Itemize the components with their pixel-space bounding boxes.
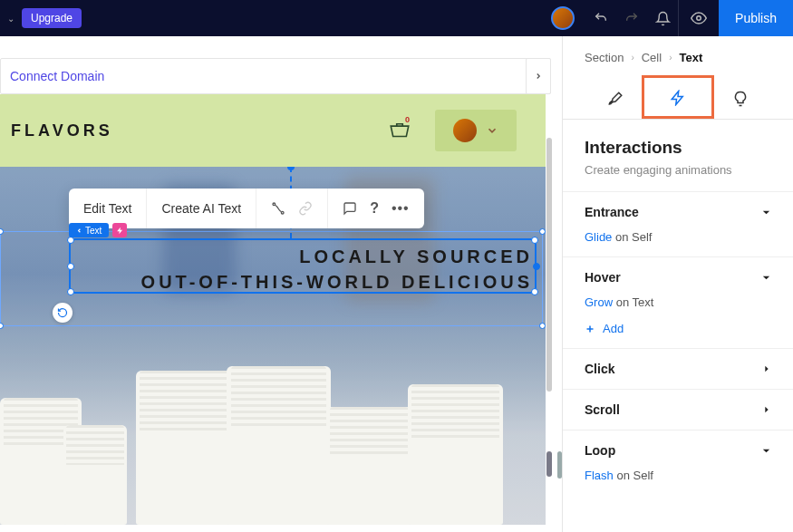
- tab-interactions[interactable]: [652, 79, 704, 119]
- upgrade-button[interactable]: Upgrade: [22, 8, 82, 28]
- publish-button[interactable]: Publish: [719, 0, 793, 36]
- interaction-scroll: Scroll: [563, 389, 793, 430]
- connect-domain-bar[interactable]: Connect Domain: [0, 58, 551, 94]
- breadcrumb-current: Text: [679, 51, 702, 64]
- plus-icon: [585, 324, 595, 334]
- cart-count: 0: [405, 115, 410, 124]
- app-menu-chevron[interactable]: ⌄: [7, 14, 15, 24]
- add-interaction-button[interactable]: Add: [585, 322, 771, 335]
- cart-icon[interactable]: 0: [388, 121, 411, 140]
- resize-handle[interactable]: [531, 237, 538, 244]
- caret-down-icon: [761, 446, 771, 456]
- breadcrumb-section[interactable]: Section: [585, 51, 624, 64]
- svg-point-2: [281, 211, 284, 214]
- animation-target: on Text: [616, 295, 654, 309]
- accordion-header[interactable]: Hover: [585, 270, 771, 285]
- caret-right-icon: [762, 405, 771, 414]
- resize-handle[interactable]: [533, 263, 540, 270]
- svg-point-0: [697, 16, 701, 21]
- interaction-entrance: Entrance Glide on Self: [563, 191, 793, 256]
- comment-icon[interactable]: [343, 201, 357, 216]
- canvas-scrollbar-track[interactable]: [546, 138, 552, 392]
- top-bar: ⌄ Upgrade Publish: [0, 0, 793, 36]
- caret-right-icon: [762, 364, 771, 373]
- resize-handle[interactable]: [539, 323, 546, 329]
- resize-handle[interactable]: [67, 237, 74, 244]
- interaction-badge-icon[interactable]: [112, 223, 127, 237]
- bolt-icon: [670, 90, 686, 106]
- tab-design[interactable]: [589, 79, 642, 119]
- resize-handle[interactable]: [67, 288, 74, 295]
- breadcrumb: Section › Cell › Text: [563, 36, 793, 72]
- hero-section[interactable]: Edit Text Create AI Text ? ••• Text: [0, 167, 546, 525]
- interaction-hover: Hover Grow on Text Add: [563, 256, 793, 348]
- selection-tag[interactable]: Text: [69, 223, 109, 237]
- caret-down-icon: [761, 273, 771, 283]
- chevron-down-icon: [486, 124, 498, 137]
- animation-target: on Self: [615, 230, 652, 244]
- user-avatar[interactable]: [551, 6, 575, 30]
- interaction-loop: Loop Flash on Self: [563, 430, 793, 495]
- preview-icon[interactable]: [679, 0, 719, 36]
- animation-target: on Self: [616, 469, 653, 482]
- animation-name[interactable]: Glide: [585, 230, 612, 244]
- redo-icon: [616, 0, 647, 36]
- create-ai-text-button[interactable]: Create AI Text: [147, 189, 256, 228]
- brush-icon: [607, 91, 624, 107]
- panel-title: Interactions: [585, 138, 771, 158]
- chevron-right-icon[interactable]: [526, 58, 551, 94]
- breadcrumb-cell[interactable]: Cell: [642, 51, 662, 64]
- path-icon[interactable]: [271, 201, 285, 216]
- lightbulb-icon: [732, 91, 749, 107]
- caret-down-icon: [761, 208, 771, 218]
- accordion-header[interactable]: Scroll: [585, 402, 771, 417]
- link-icon: [298, 201, 313, 216]
- site-header: FLAVORS 0: [0, 94, 546, 167]
- panel-scrollbar[interactable]: [557, 451, 562, 479]
- reset-rotation-icon[interactable]: [53, 303, 73, 323]
- brand-logo: FLAVORS: [11, 121, 113, 140]
- accordion-header[interactable]: Loop: [585, 443, 771, 458]
- panel-scroll-thumb[interactable]: [546, 451, 552, 477]
- svg-point-1: [273, 203, 276, 206]
- undo-icon[interactable]: [585, 0, 616, 36]
- notifications-icon[interactable]: [647, 0, 678, 36]
- headline-text[interactable]: LOCALLY SOURCED OUT-OF-THIS-WORLD DELICI…: [141, 244, 533, 295]
- inspector-tabs: [563, 72, 793, 120]
- login-avatar: [453, 119, 477, 142]
- resize-handle[interactable]: [539, 228, 546, 235]
- more-icon[interactable]: •••: [392, 200, 410, 217]
- interaction-click: Click: [563, 348, 793, 389]
- animation-name[interactable]: Grow: [585, 295, 613, 309]
- accordion-header[interactable]: Click: [585, 362, 771, 376]
- login-button[interactable]: [435, 110, 517, 151]
- resize-handle[interactable]: [67, 263, 74, 270]
- accordion-header[interactable]: Entrance: [585, 205, 771, 219]
- tab-ideas[interactable]: [714, 79, 767, 119]
- canvas[interactable]: Connect Domain FLAVORS 0: [0, 36, 562, 532]
- headline-line: OUT-OF-THIS-WORLD DELICIOUS: [141, 269, 533, 295]
- headline-line: LOCALLY SOURCED: [141, 244, 533, 269]
- connect-domain-label: Connect Domain: [10, 69, 104, 83]
- chevron-right-icon: ›: [631, 53, 633, 63]
- panel-subtitle: Create engaging animations: [585, 163, 771, 177]
- inspector-panel: Section › Cell › Text Interactions Creat…: [562, 36, 793, 532]
- animation-name[interactable]: Flash: [585, 469, 614, 482]
- help-icon[interactable]: ?: [370, 200, 379, 217]
- resize-handle[interactable]: [0, 228, 4, 235]
- chevron-right-icon: ›: [669, 53, 672, 63]
